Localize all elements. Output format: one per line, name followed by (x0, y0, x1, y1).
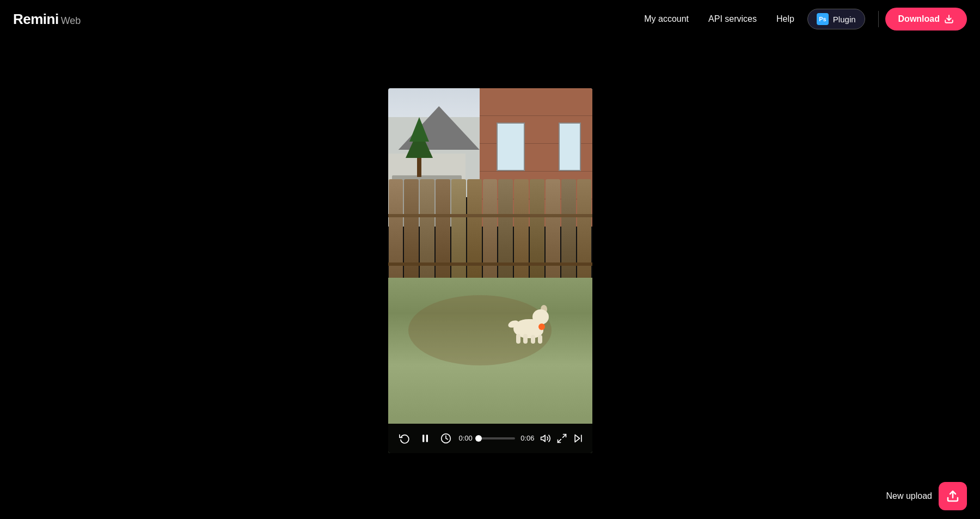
dog-head (532, 309, 549, 325)
fullscreen-icon (556, 433, 567, 444)
progress-thumb[interactable] (475, 435, 482, 442)
video-player[interactable]: 0:00 0:06 (388, 88, 592, 453)
fullscreen-button[interactable] (556, 433, 567, 444)
video-frame (388, 88, 592, 453)
video-controls-bar: 0:00 0:06 (388, 424, 592, 453)
dog-leg-fr (523, 334, 528, 344)
progress-bar[interactable] (478, 437, 515, 439)
upload-icon (946, 490, 959, 503)
new-upload-label: New upload (886, 491, 933, 501)
clock-icon (440, 433, 451, 444)
skip-forward-button[interactable] (573, 433, 584, 444)
download-icon (944, 14, 954, 24)
plugin-label: Plugin (833, 15, 856, 24)
dog (508, 306, 552, 344)
evergreen-tree (405, 117, 434, 177)
pause-button[interactable] (418, 431, 433, 446)
download-label: Download (898, 14, 940, 24)
time-total: 0:06 (520, 434, 534, 442)
svg-line-9 (562, 434, 566, 437)
svg-rect-6 (426, 435, 427, 442)
new-upload-button[interactable] (939, 482, 967, 510)
scene (388, 88, 592, 453)
svg-marker-8 (541, 435, 545, 442)
logo-web: Web (61, 15, 81, 27)
svg-line-10 (558, 439, 561, 442)
nav-api-services[interactable]: API services (708, 14, 757, 24)
header: Remini Web My account API services Help … (0, 0, 980, 38)
download-button[interactable]: Download (885, 8, 967, 30)
volume-button[interactable] (540, 433, 551, 444)
nav-my-account[interactable]: My account (644, 14, 689, 24)
main-content: 0:00 0:06 (0, 38, 980, 519)
logo-remini: Remini (13, 11, 59, 28)
replay-icon (399, 433, 410, 444)
logo: Remini Web (13, 11, 81, 28)
volume-icon (540, 433, 551, 444)
nav-help[interactable]: Help (776, 14, 794, 24)
ball (538, 323, 545, 330)
nav-links: My account API services Help (644, 14, 794, 24)
skip-forward-icon (573, 433, 584, 444)
replay-button[interactable] (397, 431, 412, 446)
new-upload-area: New upload (886, 482, 967, 510)
dog-leg-fl (516, 334, 520, 344)
svg-marker-11 (575, 435, 579, 442)
pause-icon (420, 433, 431, 444)
svg-rect-5 (422, 435, 424, 442)
time-current: 0:00 (459, 434, 473, 442)
speed-button[interactable] (438, 431, 454, 446)
dog-leg-rr (538, 335, 542, 344)
dog-leg-rl (531, 335, 535, 344)
plugin-button[interactable]: Ps Plugin (807, 9, 865, 29)
header-divider (878, 11, 879, 27)
ps-icon: Ps (817, 13, 829, 25)
